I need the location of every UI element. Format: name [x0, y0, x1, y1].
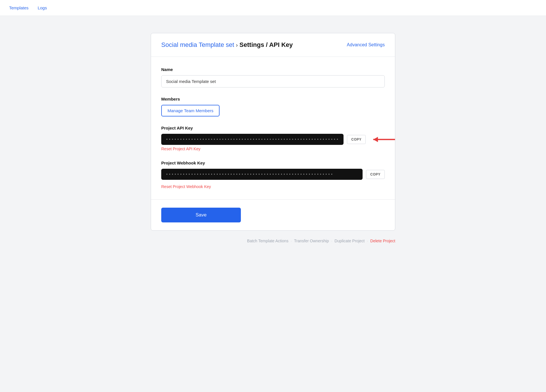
- breadcrumb-separator: ›: [236, 42, 238, 48]
- nav-templates-link[interactable]: Templates: [9, 5, 28, 10]
- advanced-settings-link[interactable]: Advanced Settings: [347, 42, 385, 47]
- arrow-icon: [368, 135, 395, 144]
- members-field-group: Members Manage Team Members: [161, 97, 385, 116]
- api-key-copy-button[interactable]: COPY: [347, 135, 366, 144]
- manage-team-members-button[interactable]: Manage Team Members: [161, 105, 220, 116]
- webhook-key-display: ••••••••••••••••••••••••••••••••••••••••…: [161, 169, 363, 180]
- name-label: Name: [161, 67, 385, 72]
- transfer-ownership-link[interactable]: Transfer Ownership: [294, 239, 329, 243]
- svg-marker-1: [373, 137, 378, 142]
- api-key-field-group: Project API Key ••••••••••••••••••••••••…: [161, 126, 385, 151]
- dot-3: ·: [367, 239, 368, 243]
- breadcrumb-project-link[interactable]: Social media Template set: [161, 41, 234, 49]
- settings-card: Social media Template set › Settings / A…: [151, 33, 395, 231]
- card-body: Name Members Manage Team Members Project…: [151, 57, 395, 199]
- webhook-key-row: ••••••••••••••••••••••••••••••••••••••••…: [161, 169, 385, 180]
- bottom-actions: Batch Template Actions · Transfer Owners…: [151, 239, 395, 243]
- save-button[interactable]: Save: [161, 208, 241, 222]
- main-content: Social media Template set › Settings / A…: [145, 33, 401, 243]
- duplicate-project-link[interactable]: Duplicate Project: [334, 239, 365, 243]
- name-input[interactable]: [161, 75, 385, 87]
- arrow-annotation: [368, 135, 395, 144]
- webhook-key-field-group: Project Webhook Key ••••••••••••••••••••…: [161, 160, 385, 189]
- card-footer: Save: [151, 199, 395, 230]
- webhook-key-label: Project Webhook Key: [161, 160, 385, 165]
- api-key-label: Project API Key: [161, 126, 385, 130]
- top-nav: Templates Logs: [0, 0, 546, 16]
- breadcrumb: Social media Template set › Settings / A…: [161, 41, 293, 49]
- api-key-row: ••••••••••••••••••••••••••••••••••••••••…: [161, 134, 366, 145]
- reset-api-key-link[interactable]: Reset Project API Key: [161, 147, 200, 151]
- name-field-group: Name: [161, 67, 385, 87]
- api-key-display: ••••••••••••••••••••••••••••••••••••••••…: [161, 134, 344, 145]
- reset-webhook-key-link[interactable]: Reset Project Webhook Key: [161, 184, 211, 189]
- card-header: Social media Template set › Settings / A…: [151, 33, 395, 57]
- breadcrumb-current-page: Settings / API Key: [239, 41, 293, 49]
- members-label: Members: [161, 97, 385, 101]
- batch-template-actions-link[interactable]: Batch Template Actions: [247, 239, 288, 243]
- webhook-key-copy-button[interactable]: COPY: [366, 170, 385, 179]
- dot-2: ·: [331, 239, 332, 243]
- dot-1: ·: [291, 239, 292, 243]
- nav-logs-link[interactable]: Logs: [38, 5, 47, 10]
- delete-project-link[interactable]: Delete Project: [370, 239, 395, 243]
